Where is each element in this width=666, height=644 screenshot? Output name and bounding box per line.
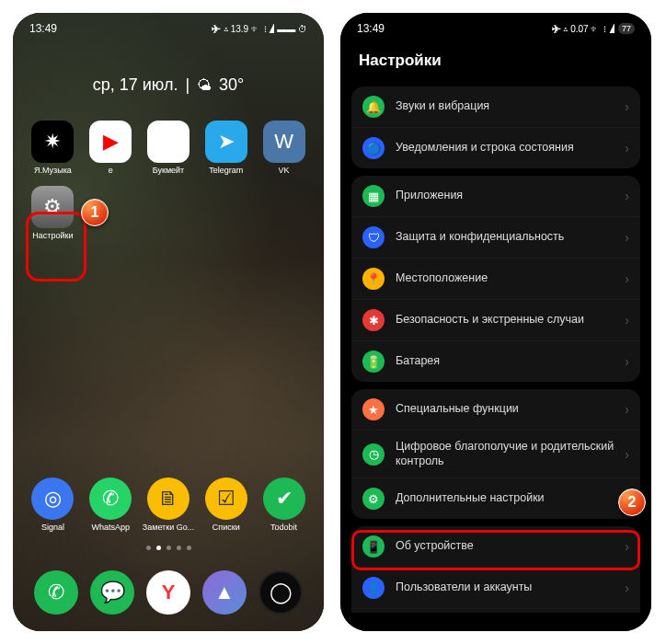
chevron-right-icon: ›	[625, 230, 629, 245]
settings-item-special[interactable]: ★ Специальные функции ›	[351, 389, 640, 430]
status-bar: 13:49 ✈ ⁂ 0.07 ᯤ ⫶ ◢ 77	[340, 13, 651, 39]
settings-item-privacy[interactable]: 🛡 Защита и конфиденциальность ›	[351, 216, 640, 258]
item-label: Специальные функции	[396, 402, 614, 417]
settings-item-apps[interactable]: ▦ Приложения ›	[351, 176, 640, 216]
star-icon: ★	[362, 398, 385, 420]
item-label: Уведомления и строка состояния	[396, 141, 614, 155]
app-lists[interactable]: ☑ Списки	[199, 477, 253, 532]
app-todobit[interactable]: ✔ Todobit	[257, 477, 311, 532]
status-icons: ✈ ⁂ 0.07 ᯤ ⫶ ◢ 77	[552, 23, 635, 34]
app-label: Signal	[41, 523, 64, 532]
status-icons: ✈ ⁂ 13.9 ᯤ ⫶ ◢ ▬▬ ⏱	[212, 24, 307, 34]
app-label: WhatsApp	[91, 523, 130, 532]
settings-item-google[interactable]: G Google ›	[351, 608, 640, 613]
item-label: Защита и конфиденциальность	[396, 230, 614, 245]
youtube-icon: ▶	[89, 121, 132, 163]
settings-item-battery[interactable]: 🔋 Батарея ›	[351, 340, 640, 382]
phone-home-screen: 13:49 ✈ ⁂ 13.9 ᯤ ⫶ ◢ ▬▬ ⏱ ср, 17 июл. | …	[13, 13, 324, 631]
lists-icon: ☑	[205, 477, 247, 520]
app-label: Списки	[212, 523, 240, 532]
app-label: e	[109, 166, 113, 175]
highlight-users-accounts	[351, 530, 640, 570]
app-label: Todobit	[270, 523, 297, 532]
chevron-right-icon: ›	[625, 354, 629, 369]
gear-icon: ⚙	[362, 488, 385, 510]
app-grid-row1: ✷ Я.Музыка ▶ e 🕶 Букмейт ➤ Telegram W VK	[13, 95, 324, 175]
app-label: Я.Музыка	[34, 166, 72, 175]
date-weather-widget[interactable]: ср, 17 июл. | 🌤 30°	[13, 75, 324, 95]
chevron-right-icon: ›	[625, 313, 629, 328]
emergency-icon: ✱	[362, 309, 385, 331]
app-label: Заметки Go...	[143, 523, 194, 532]
yamusic-icon: ✷	[31, 121, 74, 163]
chevron-right-icon: ›	[625, 189, 629, 203]
item-label: Местоположение	[396, 271, 614, 286]
chevron-right-icon: ›	[625, 402, 629, 417]
app-bookmate[interactable]: 🕶 Букмейт	[142, 121, 196, 175]
item-label: Цифровое благополучие и родительский кон…	[396, 440, 614, 468]
item-label: Звуки и вибрация	[396, 99, 614, 114]
status-time: 13:49	[357, 22, 385, 35]
app-grid-row2: ◎ Signal ✆ WhatsApp 🗎 Заметки Go... ☑ Сп…	[13, 465, 324, 532]
vk-icon: W	[263, 121, 305, 163]
dock-yandex[interactable]: Y	[146, 570, 190, 615]
chevron-right-icon: ›	[625, 447, 629, 462]
app-vk[interactable]: W VK	[257, 121, 311, 175]
bell-icon: 🔔	[362, 96, 385, 118]
page-indicator	[13, 546, 324, 550]
clock-icon: ◷	[362, 443, 385, 466]
app-yamusic[interactable]: ✷ Я.Музыка	[26, 121, 80, 175]
signal-icon: ◎	[31, 477, 74, 520]
item-label: Дополнительные настройки	[396, 491, 614, 506]
settings-group-sound: 🔔 Звуки и вибрация › 🔵 Уведомления и стр…	[351, 86, 640, 168]
app-signal[interactable]: ◎ Signal	[26, 477, 80, 532]
user-icon: 👤	[362, 577, 385, 599]
settings-item-users-accounts[interactable]: 👤 Пользователи и аккаунты ›	[351, 567, 640, 608]
telegram-icon: ➤	[205, 121, 247, 163]
dock-phone[interactable]: ✆	[34, 570, 78, 615]
notes-icon: 🗎	[147, 477, 189, 520]
notification-icon: 🔵	[362, 137, 385, 159]
chevron-right-icon: ›	[625, 99, 629, 114]
location-icon: 📍	[362, 268, 385, 290]
dock-messages[interactable]: 💬	[90, 570, 134, 615]
shield-icon: 🛡	[362, 226, 385, 248]
todobit-icon: ✔	[263, 477, 305, 520]
dock: ✆ 💬 Y ▲ ◯	[13, 570, 324, 615]
settings-group-apps: ▦ Приложения › 🛡 Защита и конфиденциальн…	[351, 176, 640, 382]
item-label: Пользователи и аккаунты	[396, 581, 614, 595]
status-bar: 13:49 ✈ ⁂ 13.9 ᯤ ⫶ ◢ ▬▬ ⏱	[13, 13, 324, 39]
dock-gallery[interactable]: ▲	[202, 570, 247, 615]
settings-group-special: ★ Специальные функции › ◷ Цифровое благо…	[351, 389, 640, 519]
weather-icon: 🌤	[197, 77, 212, 94]
app-notes[interactable]: 🗎 Заметки Go...	[142, 477, 196, 532]
temperature: 30°	[219, 75, 244, 95]
callout-badge-1: 1	[81, 199, 109, 226]
item-label: Безопасность и экстренные случаи	[396, 313, 614, 328]
date-text: ср, 17 июл.	[93, 75, 178, 95]
status-time: 13:49	[29, 22, 57, 35]
whatsapp-icon: ✆	[89, 477, 132, 520]
battery-badge: 77	[618, 23, 635, 34]
item-label: Батарея	[396, 354, 614, 369]
item-label: Приложения	[396, 189, 614, 203]
chevron-right-icon: ›	[625, 271, 629, 286]
apps-icon: ▦	[362, 185, 385, 207]
highlight-settings-app	[26, 212, 86, 282]
phone-settings-screen: 13:49 ✈ ⁂ 0.07 ᯤ ⫶ ◢ 77 Настройки 🔔 Звук…	[340, 13, 651, 631]
settings-item-additional[interactable]: ⚙ Дополнительные настройки ›	[351, 477, 640, 519]
settings-item-safety[interactable]: ✱ Безопасность и экстренные случаи ›	[351, 299, 640, 340]
settings-item-wellbeing[interactable]: ◷ Цифровое благополучие и родительский к…	[351, 430, 640, 477]
settings-item-sounds[interactable]: 🔔 Звуки и вибрация ›	[351, 86, 640, 127]
bookmate-icon: 🕶	[147, 121, 189, 163]
chevron-right-icon: ›	[625, 581, 629, 595]
app-telegram[interactable]: ➤ Telegram	[199, 121, 253, 175]
callout-badge-2: 2	[618, 489, 646, 516]
app-label: Telegram	[209, 166, 243, 175]
dock-camera[interactable]: ◯	[258, 570, 303, 615]
settings-item-notifications[interactable]: 🔵 Уведомления и строка состояния ›	[351, 127, 640, 168]
chevron-right-icon: ›	[625, 141, 629, 155]
app-youtube[interactable]: ▶ e	[84, 121, 138, 175]
settings-item-location[interactable]: 📍 Местоположение ›	[351, 258, 640, 299]
app-whatsapp[interactable]: ✆ WhatsApp	[84, 477, 138, 532]
